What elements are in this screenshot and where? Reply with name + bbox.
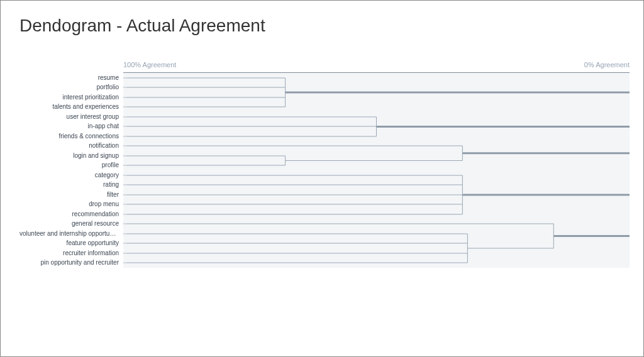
leaf-label: user interest group (19, 113, 119, 120)
leaf-label: login and signup (19, 152, 119, 159)
leaf-label: filter (19, 191, 119, 198)
leaf-label: recruiter information (19, 250, 119, 256)
page-title: Dendogram - Actual Agreement (19, 16, 630, 36)
chart-area: resumeportfoliointerest prioritizationta… (123, 72, 630, 268)
dendrogram-svg (123, 73, 630, 268)
leaf-label: profile (19, 162, 119, 168)
dendrogram-chart: 100% Agreement 0% Agreement resumeportfo… (19, 61, 630, 268)
leaf-label: in-app chat (19, 123, 119, 129)
leaf-label: interest prioritization (19, 94, 119, 101)
leaf-label: friends & connections (19, 133, 119, 140)
leaf-label: rating (19, 181, 119, 188)
leaf-label: drop menu (19, 200, 119, 207)
axis-label-left: 100% Agreement (123, 61, 176, 69)
leaf-label: feature opportunity (19, 239, 119, 246)
leaf-label: recommendation (19, 211, 119, 217)
leaf-label: resume (19, 74, 119, 81)
leaf-label: general resource (19, 220, 119, 227)
axis-label-right: 0% Agreement (584, 61, 630, 69)
leaf-label: talents and experiences (19, 103, 119, 110)
leaf-label: pin opportunity and recruiter (19, 259, 119, 266)
leaf-label: category (19, 172, 119, 178)
leaf-label: volunteer and internship opportuni… (19, 230, 119, 237)
leaf-label: portfolio (19, 84, 119, 91)
leaf-label: notification (19, 142, 119, 149)
axis-row: 100% Agreement 0% Agreement (123, 61, 630, 72)
